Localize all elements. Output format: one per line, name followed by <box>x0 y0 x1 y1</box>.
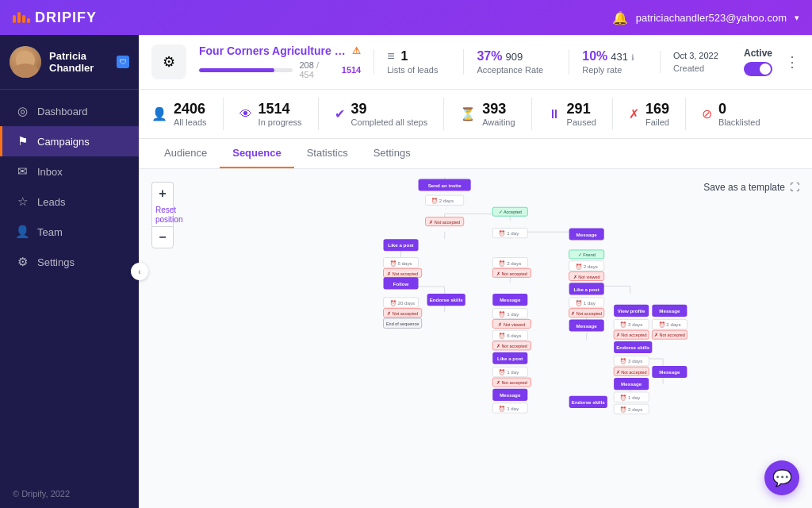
warning-icon: ⚠ <box>352 45 361 56</box>
tab-settings[interactable]: Settings <box>361 139 423 168</box>
metric-awaiting: ⏳ 393 Awaiting <box>444 98 531 130</box>
svg-text:⏰ 2 days: ⏰ 2 days <box>620 406 642 413</box>
all-leads-value: 2406 <box>174 101 207 117</box>
in-progress-label: In progress <box>259 117 302 127</box>
svg-text:✗ Not accepted: ✗ Not accepted <box>571 311 602 316</box>
svg-text:Message: Message <box>500 297 521 302</box>
sidebar-item-settings[interactable]: ⚙ Settings <box>0 247 139 277</box>
blacklisted-icon: ⊘ <box>702 106 712 121</box>
failed-label: Failed <box>645 117 669 127</box>
acceptance-pct: 37% <box>477 49 502 64</box>
sidebar-item-label: Inbox <box>37 166 63 178</box>
svg-text:✗ Not viewed: ✗ Not viewed <box>573 275 600 279</box>
bell-icon[interactable]: 🔔 <box>612 10 628 25</box>
tab-statistics[interactable]: Statistics <box>294 139 361 168</box>
sidebar-item-campaigns[interactable]: ⚑ Campaigns <box>0 126 139 156</box>
metrics-row: 👤 2406 All leads 👁 1514 In progress ✔ 39… <box>139 90 812 139</box>
failed-value: 169 <box>645 101 669 117</box>
logo-icon <box>13 12 30 23</box>
campaign-title-text: Four Corners Agriculture Outre... <box>199 44 347 57</box>
svg-text:Endorse skills: Endorse skills <box>572 399 606 405</box>
metric-all-leads: 👤 2406 All leads <box>151 98 224 130</box>
campaign-progress: 208 / 454 1514 <box>199 60 361 79</box>
dashboard-icon: ◎ <box>15 104 29 118</box>
reply-label: Reply rate <box>582 65 634 75</box>
awaiting-value: 393 <box>482 101 515 117</box>
flow-diagram: Send an invite ⏰ 2 days ✓ Accepted ✗ Not… <box>186 169 812 508</box>
profile-name: Patricia Chandler <box>49 50 94 74</box>
svg-text:Message: Message <box>576 232 598 237</box>
zoom-in-button[interactable]: + <box>151 182 174 204</box>
reset-position-button[interactable]: Resetposition <box>151 204 174 226</box>
completed-icon: ✔ <box>335 106 345 121</box>
svg-text:⏰ 2 days: ⏰ 2 days <box>431 198 454 204</box>
chat-icon: 💬 <box>772 468 792 487</box>
sidebar-item-leads[interactable]: ☆ Leads <box>0 187 139 217</box>
awaiting-icon: ⏳ <box>460 106 476 121</box>
sidebar-item-team[interactable]: 👤 Team <box>0 217 139 247</box>
profile-name-line1: Patricia <box>49 50 94 62</box>
active-badge: Active <box>744 48 772 76</box>
zoom-controls: + Resetposition − <box>151 182 174 248</box>
metric-blacklisted: ⊘ 0 Blacklisted <box>686 98 776 130</box>
sidebar-item-label: Dashboard <box>37 106 88 117</box>
svg-text:✗ Not accepted: ✗ Not accepted <box>387 271 418 276</box>
progress-current: 208 / 454 <box>299 60 335 79</box>
sidebar-footer: © Dripify, 2022 <box>0 479 139 508</box>
sidebar-item-inbox[interactable]: ✉ Inbox <box>0 156 139 187</box>
user-menu-chevron[interactable]: ▾ <box>795 13 799 23</box>
sidebar-profile: Patricia Chandler 🛡 <box>0 35 139 90</box>
svg-text:⏰ 1 day: ⏰ 1 day <box>500 230 520 237</box>
more-menu-button[interactable]: ⋮ <box>785 53 799 71</box>
toggle-row <box>744 62 772 76</box>
sequence-canvas: + Resetposition − Save as a template ⛶ <box>139 169 812 508</box>
svg-text:✗ Not accepted: ✗ Not accepted <box>496 380 527 385</box>
stat-acceptance: 37% 909 Acceptance Rate <box>463 49 556 75</box>
svg-text:Send an invite: Send an invite <box>428 183 462 188</box>
flow-svg: Send an invite ⏰ 2 days ✓ Accepted ✗ Not… <box>186 169 812 508</box>
svg-text:Message: Message <box>659 369 680 375</box>
completed-label: Completed all steps <box>351 117 428 127</box>
paused-icon: ⏸ <box>548 107 561 121</box>
leads-icon: ☆ <box>15 194 29 209</box>
lists-value: 1 <box>401 49 408 64</box>
sidebar-nav: ◎ Dashboard ⚑ Campaigns ✉ Inbox ☆ Leads … <box>0 90 139 479</box>
topbar: DRIPIFY 🔔 patriciachandler523@yahoo.com … <box>0 0 812 35</box>
sidebar-item-dashboard[interactable]: ◎ Dashboard <box>0 96 139 126</box>
svg-text:Message: Message <box>621 381 642 387</box>
save-template-button[interactable]: Save as a template ⛶ <box>703 182 799 193</box>
svg-text:End of sequence: End of sequence <box>386 321 419 326</box>
svg-text:✗ Not accepted: ✗ Not accepted <box>616 370 647 375</box>
status-text: Active <box>744 48 772 59</box>
svg-text:Message: Message <box>500 392 521 398</box>
svg-text:⏰ 3 days: ⏰ 3 days <box>620 358 642 364</box>
svg-text:⏰ 2 days: ⏰ 2 days <box>659 321 681 328</box>
blacklisted-value: 0 <box>718 101 760 117</box>
campaigns-icon: ⚑ <box>15 134 29 148</box>
reply-pct: 10% <box>582 49 607 64</box>
fullscreen-icon: ⛶ <box>790 182 799 193</box>
collapse-sidebar-button[interactable]: ‹ <box>131 263 148 280</box>
svg-text:✗ Not accepted: ✗ Not accepted <box>387 311 418 316</box>
tab-sequence[interactable]: Sequence <box>220 139 293 168</box>
metric-paused: ⏸ 291 Paused <box>532 98 613 130</box>
campaign-info: Four Corners Agriculture Outre... ⚠ 208 … <box>199 44 361 79</box>
all-leads-label: All leads <box>174 117 207 127</box>
svg-text:✗ Not accepted: ✗ Not accepted <box>654 333 685 337</box>
svg-text:✗ Not accepted: ✗ Not accepted <box>496 271 527 276</box>
tab-audience[interactable]: Audience <box>151 139 220 168</box>
zoom-out-button[interactable]: − <box>151 226 174 248</box>
acceptance-num: 909 <box>505 51 523 63</box>
logo-text: DRIPIFY <box>35 10 97 26</box>
svg-text:⏰ 1 day: ⏰ 1 day <box>576 300 596 306</box>
svg-text:✓ Friend: ✓ Friend <box>578 252 596 257</box>
awaiting-label: Awaiting <box>482 117 515 127</box>
active-toggle[interactable] <box>744 62 772 76</box>
svg-text:Message: Message <box>576 323 598 329</box>
acceptance-label: Acceptance Rate <box>477 65 543 75</box>
svg-text:⏰ 1 day: ⏰ 1 day <box>500 311 520 318</box>
campaign-header: ⚙ Four Corners Agriculture Outre... ⚠ 20… <box>139 35 812 90</box>
svg-text:⏰ 2 days: ⏰ 2 days <box>500 260 522 267</box>
logo-line-1 <box>13 15 16 23</box>
chat-button[interactable]: 💬 <box>764 460 799 495</box>
